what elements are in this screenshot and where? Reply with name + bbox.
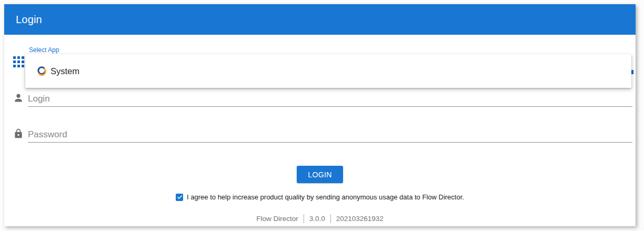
person-icon xyxy=(13,93,24,103)
login-window: Login Select App System xyxy=(4,4,636,226)
select-caret-edge xyxy=(631,70,633,74)
app-dropdown-panel: System xyxy=(25,54,631,88)
app-option-system[interactable]: System xyxy=(25,54,631,88)
login-input[interactable] xyxy=(28,92,632,107)
footer-version: 3.0.0 xyxy=(309,215,325,223)
lock-icon xyxy=(13,128,24,139)
consent-row: I agree to help increase product quality… xyxy=(4,193,636,201)
consent-checkbox[interactable] xyxy=(176,194,183,201)
footer-build-number: 202103261932 xyxy=(336,215,384,223)
checkmark-icon xyxy=(177,194,183,200)
select-app-label: Select App xyxy=(29,46,59,54)
footer-separator xyxy=(330,214,331,223)
password-input[interactable] xyxy=(28,127,632,143)
footer-separator xyxy=(304,214,304,223)
title-bar: Login xyxy=(4,4,636,35)
footer: Flow Director 3.0.0 202103261932 xyxy=(4,214,636,223)
consent-label: I agree to help increase product quality… xyxy=(187,193,464,201)
login-button[interactable]: LOGIN xyxy=(297,166,343,183)
app-option-label: System xyxy=(51,66,79,76)
footer-product-name: Flow Director xyxy=(256,215,298,223)
swirl-logo-icon xyxy=(37,66,46,76)
apps-grid-icon xyxy=(13,56,24,67)
page-title: Login xyxy=(4,14,42,26)
